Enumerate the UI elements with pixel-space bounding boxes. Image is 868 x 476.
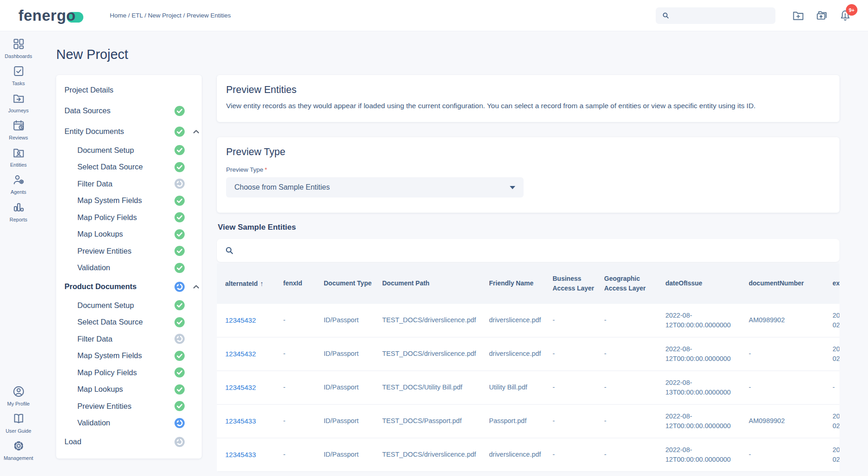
chevron-slot-empty	[192, 230, 201, 239]
global-search[interactable]	[656, 7, 775, 24]
sample-entities-search-input[interactable]	[234, 239, 839, 262]
wizard-step-validation[interactable]: Validation	[56, 260, 202, 277]
column-header-dateOfIssue[interactable]: dateOfIssue	[665, 279, 749, 289]
upload-folders-icon[interactable]	[816, 9, 828, 22]
table-cell-alternateId[interactable]: 12345432	[225, 315, 283, 326]
preview-type-selected-value: Choose from Sample Entities	[234, 183, 330, 192]
table-row[interactable]: 12345433-ID/PassportTEST_DOCS/Passport.p…	[217, 405, 839, 438]
table-cell-documentNumber: -	[749, 349, 833, 359]
table-cell-dateOfIssue: 2022-08-12T00:00:00.0000000	[665, 344, 749, 365]
sidebar-item-label: Tasks	[12, 81, 25, 86]
column-header-documentPath[interactable]: Document Path	[382, 279, 489, 289]
sidebar-item-entities[interactable]: Entities	[0, 146, 37, 168]
column-header-friendlyName[interactable]: Friendly Name	[489, 279, 553, 289]
add-folder-icon[interactable]	[792, 9, 804, 22]
table-cell-businessAccessLayer: -	[553, 416, 604, 426]
sidebar-item-label: Dashboards	[5, 53, 32, 59]
wizard-step-map-lookups[interactable]: Map Lookups	[56, 226, 202, 243]
table-cell-alternateId[interactable]: 12345433	[225, 416, 283, 427]
main-column: Preview Entities View entity records as …	[217, 75, 839, 472]
wizard-step-label: Load	[64, 437, 174, 446]
reports-icon	[12, 201, 25, 215]
app-root: fenergo Home / ETL / New Project / Previ…	[0, 0, 868, 476]
global-search-input[interactable]	[670, 7, 775, 24]
preview-type-select[interactable]: Choose from Sample Entities	[226, 177, 524, 197]
column-header-alternateId[interactable]: alternateId↑	[225, 278, 283, 289]
wizard-step-product-documents[interactable]: Product Documents	[56, 276, 202, 297]
sidebar-item-label: User Guide	[6, 428, 31, 434]
header-actions: 9+	[792, 9, 851, 22]
table-header-row: alternateId↑fenxIdDocument TypeDocument …	[217, 263, 839, 304]
column-header-businessAccessLayer[interactable]: Business Access Layer	[553, 274, 604, 294]
column-header-documentType[interactable]: Document Type	[324, 279, 382, 289]
wizard-step-label: Map Policy Fields	[77, 368, 174, 377]
sample-entities-search[interactable]	[217, 239, 839, 262]
fenergo-logo[interactable]: fenergo	[18, 7, 83, 24]
sidebar-item-tasks[interactable]: Tasks	[0, 65, 37, 86]
sidebar-item-my-profile[interactable]: My Profile	[0, 385, 37, 406]
table-cell-exp: 20 02	[833, 445, 839, 465]
sidebar-item-user-guide[interactable]: User Guide	[0, 412, 37, 434]
wizard-step-load[interactable]: Load	[56, 431, 202, 452]
wizard-step-map-system-fields[interactable]: Map System Fields	[56, 192, 202, 209]
wizard-step-map-system-fields[interactable]: Map System Fields	[56, 348, 202, 365]
wizard-step-preview-entities[interactable]: Preview Entities	[56, 398, 202, 415]
sidebar-item-journeys[interactable]: Journeys	[0, 92, 37, 113]
column-header-exp[interactable]: exp	[833, 279, 839, 289]
sidebar-item-label: Reports	[10, 217, 28, 222]
sidebar-item-reports[interactable]: Reports	[0, 201, 37, 222]
wizard-step-document-setup[interactable]: Document Setup	[56, 297, 202, 314]
table-cell-alternateId[interactable]: 12345432	[225, 349, 283, 360]
sidebar-item-label: Management	[4, 455, 33, 461]
wizard-step-select-data-source[interactable]: Select Data Source	[56, 159, 202, 176]
status-complete-icon	[174, 300, 185, 311]
table-row[interactable]: 12345432-ID/PassportTEST_DOCS/driverslic…	[217, 337, 839, 371]
wizard-step-filter-data[interactable]: Filter Data	[56, 331, 202, 348]
status-complete-icon	[174, 126, 185, 137]
wizard-step-map-lookups[interactable]: Map Lookups	[56, 381, 202, 398]
wizard-step-entity-documents[interactable]: Entity Documents	[56, 121, 202, 142]
status-complete-icon	[174, 162, 185, 173]
sidebar-item-reviews[interactable]: Reviews	[0, 119, 37, 140]
wizard-step-project-details[interactable]: Project Details	[56, 80, 202, 100]
chevron-up-icon[interactable]	[192, 282, 201, 291]
column-header-fenxId[interactable]: fenxId	[283, 279, 324, 289]
table-row[interactable]: 12345432-ID/PassportTEST_DOCS/driverslic…	[217, 304, 839, 337]
wizard-step-label: Filter Data	[77, 180, 174, 188]
wizard-step-label: Validation	[77, 418, 174, 427]
column-header-geographicAccessLayer[interactable]: Geographic Access Layer	[604, 274, 665, 294]
table-cell-documentPath: TEST_DOCS/driverslicence.pdf	[382, 349, 489, 359]
sidebar-item-label: Journeys	[8, 108, 29, 113]
table-cell-alternateId[interactable]: 12345432	[225, 383, 283, 393]
table-cell-alternateId[interactable]: 12345433	[225, 450, 283, 460]
status-complete-icon	[174, 245, 185, 256]
breadcrumb[interactable]: Home / ETL / New Project / Preview Entit…	[110, 12, 231, 19]
column-header-documentNumber[interactable]: documentNumber	[749, 279, 833, 289]
my-profile-icon	[12, 385, 25, 400]
sidebar-item-agents[interactable]: Agents	[0, 174, 37, 195]
wizard-step-map-policy-fields[interactable]: Map Policy Fields	[56, 209, 202, 226]
wizard-step-filter-data[interactable]: Filter Data	[56, 175, 202, 192]
entities-icon	[12, 146, 25, 161]
table-cell-documentNumber: AM0989902	[749, 416, 833, 426]
wizard-step-validation[interactable]: Validation	[56, 415, 202, 432]
required-asterisk: *	[265, 166, 267, 173]
sidebar-item-management[interactable]: Management	[0, 440, 37, 461]
table-row[interactable]: 12345432-ID/PassportTEST_DOCS/Utility Bi…	[217, 371, 839, 405]
wizard-step-data-sources[interactable]: Data Sources	[56, 100, 202, 121]
wizard-step-select-data-source[interactable]: Select Data Source	[56, 314, 202, 331]
table-cell-geographicAccessLayer: -	[604, 383, 665, 393]
table-cell-geographicAccessLayer: -	[604, 450, 665, 460]
sidebar-item-dashboards[interactable]: Dashboards	[0, 38, 37, 59]
chevron-slot-empty	[192, 385, 201, 394]
chevron-up-icon[interactable]	[192, 127, 201, 136]
table-cell-documentPath: TEST_DOCS/Passport.pdf	[382, 416, 489, 426]
search-icon	[224, 245, 234, 255]
table-cell-documentType: ID/Passport	[324, 450, 382, 460]
table-row[interactable]: 12345433-ID/PassportTEST_DOCS/driverslic…	[217, 438, 839, 472]
wizard-step-map-policy-fields[interactable]: Map Policy Fields	[56, 364, 202, 381]
wizard-step-document-setup[interactable]: Document Setup	[56, 142, 202, 159]
wizard-step-preview-entities[interactable]: Preview Entities	[56, 243, 202, 260]
status-in-progress-icon	[174, 418, 185, 429]
notifications-bell-icon[interactable]: 9+	[839, 9, 851, 22]
